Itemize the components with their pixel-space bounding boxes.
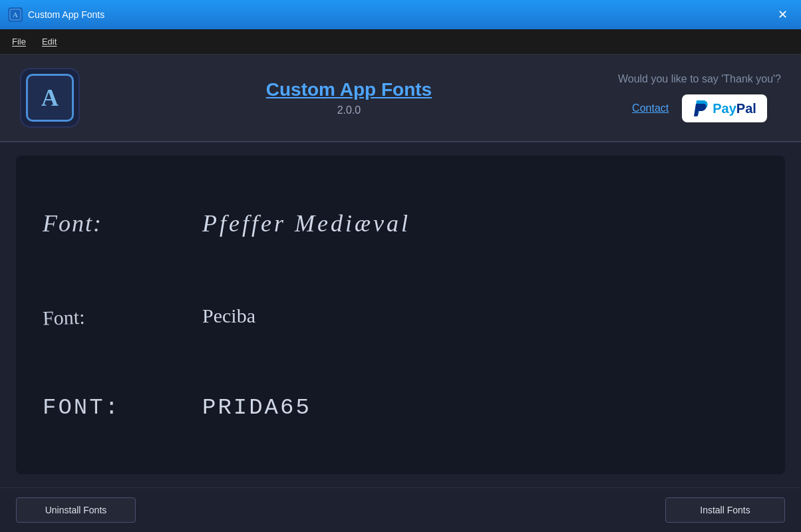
app-icon-container: A [20,68,80,128]
thank-you-text: Would you like to say 'Thank you'? [618,73,781,85]
app-icon-inner: A [26,74,74,122]
font2-name: Peciba [202,305,255,327]
title-bar-title: Custom App Fonts [28,9,104,20]
contact-paypal-row: Contact PayPal [632,94,767,122]
font1-name: Pfeffer Mediæval [202,209,410,237]
font2-label: Font: [42,303,189,331]
edit-menu[interactable]: Edit [35,34,63,49]
file-menu[interactable]: File [5,34,33,49]
app-version: 2.0.0 [337,104,361,116]
svg-text:A: A [13,11,18,19]
menu-bar: File Edit [0,29,801,55]
font-row-1: Font: Pfeffer Mediæval [43,209,758,237]
app-name-link[interactable]: Custom App Fonts [266,79,432,100]
app-icon-letter: A [41,84,59,112]
font-row-3: FONT: PRIDA65 [43,395,758,420]
install-button[interactable]: Install Fonts [665,497,785,523]
app-icon-small: A [8,7,23,22]
font-preview-area: Font: Pfeffer Mediæval Font: Peciba FONT… [16,156,785,474]
app-content: A Custom App Fonts 2.0.0 Would you like … [0,55,801,532]
header-center: Custom App Fonts 2.0.0 [96,79,602,116]
contact-link[interactable]: Contact [632,102,669,114]
button-bar: Uninstall Fonts Install Fonts [0,487,801,532]
font-row-2: Font: Peciba [43,305,758,327]
title-bar: A Custom App Fonts ✕ [0,0,801,29]
paypal-badge[interactable]: PayPal [682,94,767,122]
paypal-text: PayPal [713,100,756,117]
header-section: A Custom App Fonts 2.0.0 Would you like … [0,55,801,142]
close-button[interactable]: ✕ [772,4,793,25]
font3-name: PRIDA65 [202,395,311,420]
uninstall-button[interactable]: Uninstall Fonts [16,497,136,523]
header-right: Would you like to say 'Thank you'? Conta… [618,73,781,122]
font1-label: Font: [43,209,189,237]
font3-label: FONT: [43,395,189,420]
paypal-icon [693,100,709,116]
title-bar-left: A Custom App Fonts [8,7,104,22]
